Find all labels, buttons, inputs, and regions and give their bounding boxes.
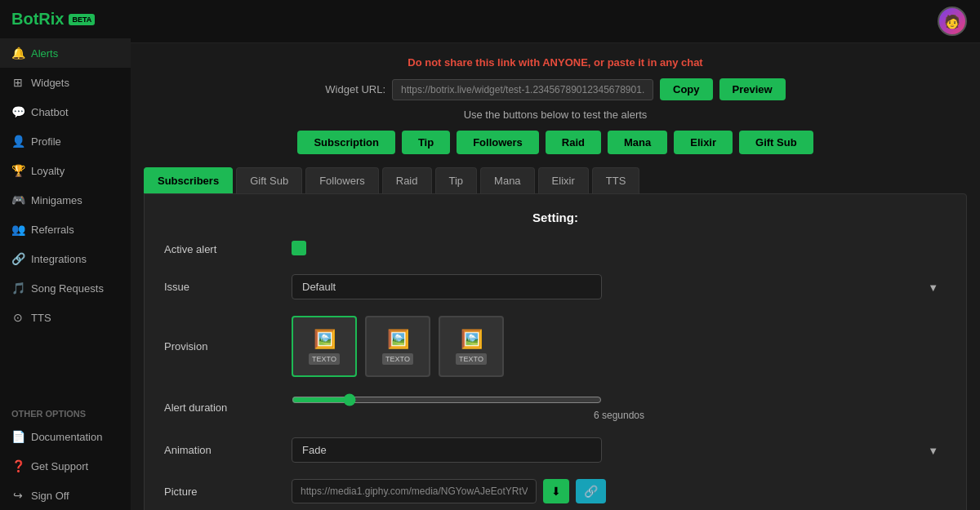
sidebar-item-sign-off-label: Sign Off (31, 490, 69, 502)
tab-raid[interactable]: Raid (382, 167, 432, 193)
picture-row: Picture ⬇ 🔗 (164, 479, 947, 503)
sidebar-item-chatbot[interactable]: 💬 Chatbot (0, 97, 131, 126)
sidebar-item-chatbot-label: Chatbot (31, 106, 69, 118)
test-btn-gift-sub[interactable]: Gift Sub (739, 131, 813, 154)
test-btn-tip[interactable]: Tip (402, 131, 450, 154)
alert-duration-display: 6 segundos (292, 410, 947, 421)
logo-text: BotRix (11, 10, 64, 29)
alert-duration-value: 6 segundos (292, 393, 947, 421)
provision-card-2[interactable]: 🖼️ TEXTO (365, 316, 430, 377)
animation-dropdown-wrapper: Fade ▼ (292, 437, 947, 463)
tab-gift-sub[interactable]: Gift Sub (236, 167, 302, 193)
chatbot-icon: 💬 (11, 105, 24, 118)
topbar-right: 🧑 (938, 7, 967, 36)
provision-card-2-text: TEXTO (382, 353, 413, 365)
sidebar-item-alerts-label: Alerts (31, 47, 58, 60)
widget-url-label: Widget URL: (325, 83, 385, 95)
issue-dropdown-arrow: ▼ (928, 281, 938, 293)
provision-card-1-icon: 🖼️ (314, 329, 336, 350)
animation-select[interactable]: Fade (292, 437, 602, 463)
animation-dropdown-arrow: ▼ (928, 444, 938, 456)
tab-tip[interactable]: Tip (435, 167, 478, 193)
issue-label: Issue (164, 281, 278, 293)
alert-duration-slider[interactable] (292, 393, 602, 406)
referrals-icon: 👥 (11, 223, 24, 236)
sidebar-item-widgets-label: Widgets (31, 77, 69, 89)
sidebar-item-song-requests[interactable]: 🎵 Song Requests (0, 273, 131, 303)
sidebar-item-documentation-label: Documentation (31, 431, 102, 443)
test-btn-raid[interactable]: Raid (546, 131, 601, 154)
tab-elixir[interactable]: Elixir (538, 167, 589, 193)
copy-button[interactable]: Copy (660, 78, 713, 100)
sidebar-item-documentation[interactable]: 📄 Documentation (0, 422, 131, 451)
sidebar-item-profile[interactable]: 👤 Profile (0, 126, 131, 156)
picture-link-button[interactable]: 🔗 (576, 479, 606, 503)
warning-message: Do not share this link with ANYONE, or p… (144, 56, 967, 69)
tab-tts[interactable]: TTS (592, 167, 640, 193)
widget-url-row: Widget URL: Copy Preview (144, 78, 967, 100)
sidebar-item-tts-label: TTS (31, 312, 51, 324)
sidebar-item-song-requests-label: Song Requests (31, 282, 104, 295)
provision-row: Provision 🖼️ TEXTO 🖼️ TEXTO 🖼️ TEXTO (164, 316, 947, 377)
animation-row: Animation Fade ▼ (164, 437, 947, 463)
sidebar-item-loyalty-label: Loyalty (31, 165, 65, 177)
logo: BotRix BETA (0, 0, 131, 38)
alert-duration-row: Alert duration 6 segundos (164, 393, 947, 421)
sign-off-icon: ↪ (11, 489, 24, 502)
documentation-icon: 📄 (11, 430, 24, 443)
get-support-icon: ❓ (11, 459, 24, 472)
provision-card-1[interactable]: 🖼️ TEXTO (292, 316, 357, 377)
picture-label: Picture (164, 486, 278, 498)
test-btn-followers[interactable]: Followers (457, 131, 539, 154)
alert-duration-label: Alert duration (164, 401, 278, 414)
settings-panel: Setting: Active alert Issue Default ▼ (144, 193, 967, 510)
preview-button[interactable]: Preview (719, 78, 786, 100)
sidebar-item-loyalty[interactable]: 🏆 Loyalty (0, 156, 131, 185)
sidebar-item-alerts[interactable]: 🔔 Alerts (0, 38, 131, 68)
sidebar-item-widgets[interactable]: ⊞ Widgets (0, 68, 131, 97)
sidebar-item-tts[interactable]: ⊙ TTS (0, 303, 131, 332)
provision-card-1-text: TEXTO (309, 353, 340, 365)
alerts-icon: 🔔 (11, 47, 24, 60)
other-options-label: Other Options (0, 401, 131, 422)
sidebar-nav: 🔔 Alerts ⊞ Widgets 💬 Chatbot 👤 Profile 🏆… (0, 38, 131, 401)
issue-select[interactable]: Default (292, 274, 602, 299)
sidebar-item-sign-off[interactable]: ↪ Sign Off (0, 481, 131, 510)
test-btn-elixir[interactable]: Elixir (674, 131, 733, 154)
sidebar-item-referrals[interactable]: 👥 Referrals (0, 215, 131, 244)
widget-url-input[interactable] (392, 79, 653, 100)
provision-card-3-text: TEXTO (456, 353, 487, 365)
test-btn-mana[interactable]: Mana (608, 131, 667, 154)
beta-badge: BETA (69, 14, 95, 25)
widgets-icon: ⊞ (11, 76, 24, 89)
tabs-row: Subscribers Gift Sub Followers Raid Tip … (144, 167, 967, 193)
sidebar-item-get-support-label: Get Support (31, 460, 88, 472)
issue-row: Issue Default ▼ (164, 274, 947, 299)
picture-url-input[interactable] (292, 479, 537, 503)
test-label: Use the buttons below to test the alerts (144, 109, 967, 121)
sidebar-item-minigames[interactable]: 🎮 Minigames (0, 185, 131, 215)
provision-label: Provision (164, 340, 278, 353)
sidebar-item-integrations-label: Integrations (31, 253, 87, 265)
active-alert-row: Active alert (164, 241, 947, 258)
sidebar-item-profile-label: Profile (31, 135, 61, 148)
issue-dropdown-wrapper: Default ▼ (292, 274, 947, 299)
test-btn-subscription[interactable]: Subscription (297, 131, 394, 154)
tab-mana[interactable]: Mana (480, 167, 535, 193)
sidebar-item-referrals-label: Referrals (31, 224, 74, 236)
tab-subscribers[interactable]: Subscribers (144, 167, 233, 193)
active-alert-label: Active alert (164, 243, 278, 255)
active-alert-checkbox[interactable] (292, 241, 306, 255)
tts-icon: ⊙ (11, 311, 24, 324)
avatar[interactable]: 🧑 (938, 7, 967, 36)
provision-cards: 🖼️ TEXTO 🖼️ TEXTO 🖼️ TEXTO (292, 316, 947, 377)
provision-card-3[interactable]: 🖼️ TEXTO (439, 316, 504, 377)
test-buttons-row: Subscription Tip Followers Raid Mana Eli… (144, 131, 967, 154)
tab-followers[interactable]: Followers (305, 167, 379, 193)
sidebar-item-get-support[interactable]: ❓ Get Support (0, 451, 131, 481)
sidebar-item-integrations[interactable]: 🔗 Integrations (0, 244, 131, 273)
minigames-icon: 🎮 (11, 193, 24, 206)
picture-upload-button[interactable]: ⬇ (543, 479, 569, 503)
sidebar-item-minigames-label: Minigames (31, 194, 82, 206)
active-alert-value (292, 241, 947, 258)
